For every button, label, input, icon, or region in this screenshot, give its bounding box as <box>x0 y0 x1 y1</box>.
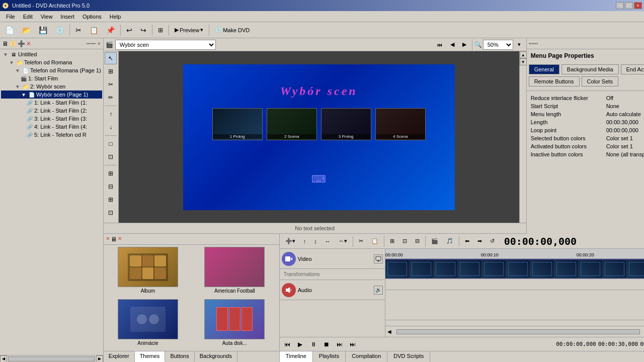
media-tab-themes[interactable]: Themes <box>135 351 166 362</box>
next-frame[interactable]: ⏭ <box>347 339 358 350</box>
media-item-auta[interactable]: Auta disk... <box>192 299 277 349</box>
tl-clip1-btn[interactable]: ⊞ <box>386 235 398 247</box>
minimize-button[interactable]: − <box>616 2 624 9</box>
arrow-up-tool[interactable]: ↑ <box>105 108 117 120</box>
tree-item-page1[interactable]: ▼ 📄 Telefon od Romana (Page 1) <box>1 66 102 74</box>
burn-button[interactable]: 💿 <box>52 24 67 36</box>
tl-fwd-btn[interactable]: ➡ <box>474 235 486 247</box>
canvas-vscrollbar[interactable]: ▲ ▼ <box>519 51 526 223</box>
tab-playlists[interactable]: Playlists <box>313 351 346 362</box>
tl-scroll-track[interactable] <box>396 329 640 334</box>
preview-home[interactable]: ⏮ <box>433 39 446 51</box>
paste-button[interactable]: 📌 <box>103 24 118 36</box>
vscroll-up[interactable]: ▲ <box>520 51 527 58</box>
cut-tool[interactable]: ✂ <box>105 78 117 90</box>
zoom-select[interactable]: 50% <box>483 40 513 50</box>
prop-btn-end-action[interactable]: End Action <box>621 64 644 74</box>
media-tab-explorer[interactable]: Explorer <box>104 351 135 362</box>
tree-item-untitled[interactable]: ▼ 🖥 Untitled <box>1 50 102 58</box>
zoom-more-btn[interactable]: ▾ <box>514 39 524 51</box>
edit-tool[interactable]: ✏ <box>105 92 117 104</box>
tree-item-link3[interactable]: 🔗 3: Link - Start Film (3: <box>1 115 102 123</box>
save-button[interactable]: 💾 <box>35 24 51 36</box>
stop-button[interactable]: ⏹ <box>321 339 332 350</box>
track-mute-video[interactable] <box>374 254 383 263</box>
undo-button[interactable]: ↩ <box>123 24 136 36</box>
tl-refresh-btn[interactable]: ↺ <box>487 235 498 247</box>
new-button[interactable]: 📄 <box>2 24 18 36</box>
open-button[interactable]: 📂 <box>19 24 34 36</box>
hscroll-right[interactable]: ▶ <box>96 355 103 363</box>
make-dvd-button[interactable]: 💿 Make DVD <box>211 24 253 36</box>
prev-frame[interactable]: ⏭ <box>334 339 345 350</box>
media-item-album[interactable]: Album <box>106 247 191 297</box>
pause-button[interactable]: ⏸ <box>308 339 319 350</box>
tl-back-btn[interactable]: ⬅ <box>461 235 473 247</box>
tree-item-startfilm[interactable]: 🎬 1: Start Film <box>1 74 102 82</box>
tl-paste-btn[interactable]: 📋 <box>368 235 382 247</box>
grid3-tool[interactable]: ⊞ <box>105 194 117 206</box>
grid4-tool[interactable]: ⊡ <box>105 207 117 219</box>
button-tool[interactable]: ⊞ <box>105 65 117 77</box>
tree-item-folder1[interactable]: ▼ 📁 Telefon od Romana <box>1 58 102 66</box>
menu-item-insert[interactable]: Insert <box>56 13 78 21</box>
tab-timeline[interactable]: Timeline <box>280 351 313 362</box>
copy-button[interactable]: 📋 <box>86 24 102 36</box>
menu-item-edit[interactable]: Edit <box>19 13 37 21</box>
dvd-thumb-2[interactable]: 2 Scena <box>267 108 317 140</box>
prop-btn-general[interactable]: General <box>529 64 559 74</box>
tl-view2-btn[interactable]: 🎵 <box>443 235 457 247</box>
vscroll-down[interactable]: ▼ <box>520 58 527 65</box>
media-tab-backgrounds[interactable]: Backgrounds <box>195 351 237 362</box>
scene-selector[interactable]: Wybór scen <box>115 40 216 50</box>
tl-clip3-btn[interactable]: ⊟ <box>412 235 423 247</box>
media-item-football[interactable]: American Football <box>192 247 277 297</box>
media-tab-buttons[interactable]: Buttons <box>165 351 194 362</box>
canvas-area[interactable]: Wybór scen 1 Prolog 2 Scena <box>119 51 519 223</box>
grid1-tool[interactable]: ⊞ <box>105 167 117 179</box>
hscroll-track[interactable] <box>8 356 95 361</box>
tree-item-folder2[interactable]: ▼ 📁 2: Wybór scen <box>1 82 102 90</box>
dvd-thumb-1[interactable]: 1 Prolog <box>212 108 263 140</box>
preview-button[interactable]: ▶ Preview ▾ <box>171 24 207 36</box>
track-mute-audio[interactable]: 🔊 <box>374 286 383 295</box>
dvd-thumb-3[interactable]: 3 Prolog <box>321 108 371 140</box>
tl-drag-btn[interactable]: ↔ <box>321 235 334 247</box>
tree-item-link5[interactable]: 🔗 5: Link - Telefon od R <box>1 131 102 139</box>
menu-item-help[interactable]: Help <box>106 13 125 21</box>
maximize-button[interactable]: □ <box>625 2 633 9</box>
project-close-icon[interactable]: ✕ <box>26 40 31 47</box>
menu-item-view[interactable]: View <box>37 13 57 21</box>
window-controls[interactable]: − □ × <box>616 2 642 9</box>
arrow-down-tool[interactable]: ↓ <box>105 121 117 133</box>
tree-item-link1[interactable]: 🔗 1: Link - Start Film (1: <box>1 99 102 107</box>
preview-prev[interactable]: ◀ <box>447 39 458 51</box>
tl-view1-btn[interactable]: 🎬 <box>428 235 442 247</box>
prop-btn-color-sets[interactable]: Color Sets <box>582 76 618 86</box>
tree-item-link2[interactable]: 🔗 2: Link - Start Film (2: <box>1 107 102 115</box>
tl-drag2-btn[interactable]: ↔▾ <box>335 235 351 247</box>
prop-btn-background[interactable]: Background Media <box>561 64 619 74</box>
menu-item-file[interactable]: File <box>2 13 19 21</box>
redo-button[interactable]: ↪ <box>137 24 150 36</box>
play-button[interactable]: ▶ <box>295 339 306 350</box>
play-to-start[interactable]: ⏮ <box>282 339 293 350</box>
rect-tool[interactable]: □ <box>105 138 117 150</box>
hscroll-left[interactable]: ◀ <box>0 355 7 363</box>
close-button[interactable]: × <box>634 2 642 9</box>
tree-hscroll[interactable]: ◀ ▶ <box>0 355 103 362</box>
media-close-icon2[interactable]: ✕ <box>118 236 122 243</box>
tab-dvd-scripts[interactable]: DVD Scripts <box>387 351 430 362</box>
tl-clip2-btn[interactable]: ⊡ <box>399 235 411 247</box>
snap-button[interactable]: ⊞ <box>154 24 167 36</box>
cut-button[interactable]: ✂ <box>72 24 85 36</box>
menu-item-options[interactable]: Options <box>78 13 106 21</box>
project-add-icon[interactable]: ➕ <box>18 40 25 47</box>
tl-move-btn[interactable]: ↕ <box>310 235 320 247</box>
tl-lift-btn[interactable]: ↑ <box>300 235 310 247</box>
preview-next[interactable]: ▶ <box>459 39 470 51</box>
media-item-animacie[interactable]: Animácie <box>106 299 191 349</box>
dvd-thumb-4[interactable]: 4 Scena <box>375 108 426 140</box>
tree-item-link4[interactable]: 🔗 4: Link - Start Film (4: <box>1 123 102 131</box>
rect2-tool[interactable]: ⊡ <box>105 151 117 163</box>
